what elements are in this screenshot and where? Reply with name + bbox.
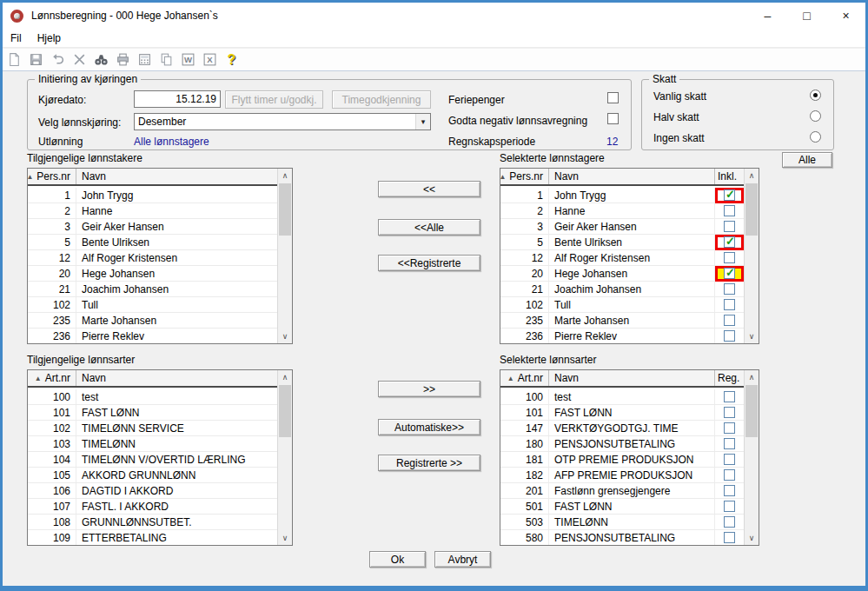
table-row[interactable]: 3 Geir Aker Hansen — [500, 219, 744, 235]
scrollbar[interactable]: ∧ ∨ — [744, 370, 759, 545]
table-row[interactable]: 182 AFP PREMIE PRODUKSJON — [500, 468, 744, 483]
table-row[interactable]: 21 Joachim Johansen — [28, 282, 277, 297]
move-selected-left-button[interactable]: << — [378, 181, 480, 197]
scrollbar-thumb[interactable] — [279, 385, 291, 437]
table-row[interactable]: 1 John Trygg — [28, 188, 277, 203]
move-selected-right-button[interactable]: >> — [378, 381, 480, 397]
table-row[interactable]: 108 GRUNNLØNNSUTBET. — [28, 515, 277, 530]
close-button[interactable]: × — [826, 3, 865, 29]
scroll-up-icon[interactable]: ∧ — [745, 370, 759, 384]
scrollbar-thumb[interactable] — [745, 183, 758, 236]
include-checkbox[interactable] — [724, 330, 735, 342]
kjoredato-input[interactable] — [134, 90, 221, 108]
column-navn[interactable]: Navn — [76, 170, 277, 183]
column-artnr[interactable]: ▲Art.nr — [500, 370, 549, 386]
word-export-icon[interactable]: W — [180, 51, 196, 68]
table-row[interactable]: 12 Alf Roger Kristensen — [500, 250, 744, 266]
table-row[interactable]: 102 Tull — [28, 297, 277, 313]
table-row[interactable]: 107 FASTL. I AKKORD — [28, 499, 277, 515]
new-document-icon[interactable] — [6, 51, 23, 68]
registered-checkbox[interactable] — [724, 501, 735, 512]
feriepenger-checkbox[interactable] — [607, 92, 619, 103]
scroll-down-icon[interactable]: ∨ — [278, 329, 292, 343]
help-icon[interactable]: ? — [223, 51, 240, 68]
column-navn[interactable]: Navn — [76, 372, 277, 384]
scrollbar[interactable]: ∧ ∨ — [277, 370, 292, 545]
registered-checkbox[interactable] — [724, 391, 735, 402]
maximize-button[interactable]: □ — [787, 3, 826, 29]
scrollbar-thumb[interactable] — [279, 183, 291, 236]
table-row[interactable]: 181 OTP PREMIE PRODUKSJON — [500, 452, 744, 468]
excel-export-icon[interactable]: X — [202, 51, 218, 68]
radio-button[interactable] — [810, 110, 821, 122]
table-row[interactable]: 12 Alf Roger Kristensen — [28, 250, 277, 266]
table-row[interactable]: 102 TIMELØNN SERVICE — [28, 421, 277, 436]
table-row[interactable]: 100 test — [500, 389, 744, 405]
table-row[interactable]: 21 Joachim Johansen — [500, 282, 744, 297]
table-row[interactable]: 201 Fastlønn grensegjengere — [500, 483, 744, 499]
registered-checkbox[interactable] — [724, 407, 735, 418]
menu-hjelp[interactable]: Hjelp — [30, 32, 69, 44]
move-registered-right-button[interactable]: Registrerte >> — [378, 455, 480, 471]
column-reg[interactable]: Reg. — [714, 370, 744, 386]
table-row[interactable]: 580 PENSJONSUTBETALING — [500, 530, 744, 545]
include-checkbox[interactable] — [724, 315, 735, 326]
calculator-icon[interactable] — [136, 51, 153, 68]
move-registered-left-button[interactable]: <<Registrerte — [378, 255, 480, 271]
scroll-down-icon[interactable]: ∨ — [745, 329, 759, 343]
column-artnr[interactable]: ▲Art.nr — [28, 370, 76, 386]
column-persnr[interactable]: ▲Pers.nr — [500, 169, 549, 184]
table-row[interactable]: 2 Hanne — [28, 203, 277, 219]
lonnskjoring-select[interactable]: Desember ▾ — [134, 113, 431, 130]
table-row[interactable]: 101 FAST LØNN — [500, 405, 744, 421]
registered-checkbox[interactable] — [724, 422, 735, 434]
registered-checkbox[interactable] — [724, 438, 735, 449]
registered-checkbox[interactable] — [724, 485, 735, 496]
table-row[interactable]: 104 TIMELØNN V/OVERTID LÆRLING — [28, 452, 277, 468]
table-row[interactable]: 5 Bente Ulriksen — [28, 235, 277, 250]
move-all-left-button[interactable]: <<Alle — [378, 219, 480, 236]
table-row[interactable]: 235 Marte Johansen — [500, 313, 744, 329]
radio-button[interactable] — [810, 90, 821, 101]
table-row[interactable]: 20 Hege Johansen — [500, 266, 744, 282]
scroll-up-icon[interactable]: ∧ — [745, 169, 759, 183]
registered-checkbox[interactable] — [724, 516, 735, 528]
scroll-down-icon[interactable]: ∨ — [745, 531, 759, 545]
include-checkbox[interactable] — [724, 221, 735, 232]
column-navn[interactable]: Navn — [549, 170, 714, 183]
minimize-button[interactable]: – — [748, 3, 787, 29]
scroll-down-icon[interactable]: ∨ — [278, 531, 292, 545]
cancel-button[interactable]: Avbryt — [434, 551, 491, 568]
ok-button[interactable]: Ok — [369, 551, 426, 568]
print-icon[interactable] — [115, 51, 131, 68]
table-row[interactable]: 106 DAGTID I AKKORD — [28, 483, 277, 499]
column-inkl[interactable]: Inkl. — [714, 169, 744, 184]
include-checkbox[interactable] — [724, 189, 735, 201]
table-row[interactable]: 3 Geir Aker Hansen — [28, 219, 277, 235]
registered-checkbox[interactable] — [724, 469, 735, 481]
table-row[interactable]: 503 TIMELØNN — [500, 515, 744, 530]
include-checkbox[interactable] — [724, 268, 735, 279]
include-checkbox[interactable] — [724, 252, 735, 263]
table-row[interactable]: 180 PENSJONSUTBETALING — [500, 436, 744, 452]
column-persnr[interactable]: ▲Pers.nr — [28, 169, 76, 184]
include-checkbox[interactable] — [724, 283, 735, 295]
table-row[interactable]: 5 Bente Ulriksen — [500, 235, 744, 250]
scroll-up-icon[interactable]: ∧ — [278, 370, 292, 384]
include-checkbox[interactable] — [724, 205, 735, 216]
table-row[interactable]: 2 Hanne — [500, 203, 744, 219]
table-row[interactable]: 235 Marte Johansen — [28, 313, 277, 329]
table-row[interactable]: 20 Hege Johansen — [28, 266, 277, 282]
alle-button[interactable]: Alle — [782, 152, 832, 168]
scrollbar[interactable]: ∧ ∨ — [744, 169, 759, 343]
table-row[interactable]: 101 FAST LØNN — [28, 405, 277, 421]
table-row[interactable]: 102 Tull — [500, 297, 744, 313]
registered-checkbox[interactable] — [724, 532, 735, 543]
radio-button[interactable] — [810, 131, 821, 143]
scrollbar[interactable]: ∧ ∨ — [277, 169, 292, 343]
copy-icon[interactable] — [158, 51, 175, 68]
table-row[interactable]: 100 test — [28, 389, 277, 405]
godta-negativ-checkbox[interactable] — [607, 113, 619, 124]
move-automatic-right-button[interactable]: Automatiske>> — [378, 419, 480, 435]
table-row[interactable]: 1 John Trygg — [500, 188, 744, 203]
